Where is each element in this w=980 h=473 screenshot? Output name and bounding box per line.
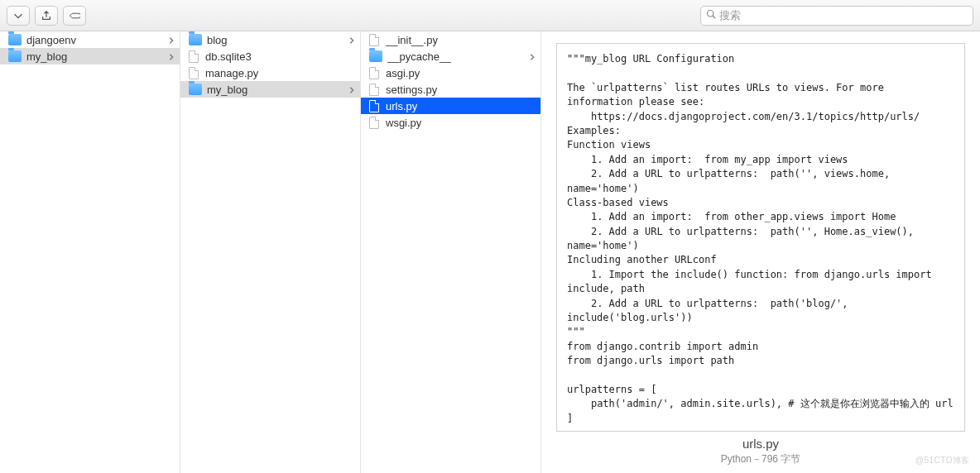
file-icon — [369, 67, 379, 79]
watermark: @51CTO博客 — [915, 455, 970, 466]
file-icon — [369, 117, 379, 129]
preview-filename: urls.py — [556, 437, 965, 451]
folder-item[interactable]: blog — [180, 31, 360, 48]
item-label: settings.py — [386, 84, 437, 96]
share-button[interactable] — [35, 6, 58, 26]
folder-icon — [8, 34, 22, 45]
column-browser: djangoenvmy_blog blogdb.sqlite3manage.py… — [0, 31, 980, 473]
folder-icon — [8, 50, 22, 62]
folder-item[interactable]: __pycache__ — [361, 48, 540, 64]
preview-content[interactable]: """my_blog URL Configuration The `urlpat… — [556, 43, 965, 432]
toolbar — [0, 0, 980, 31]
item-label: __init__.py — [386, 34, 438, 46]
file-icon — [369, 84, 379, 96]
file-icon — [369, 34, 379, 46]
file-item[interactable]: asgi.py — [361, 64, 540, 81]
item-label: djangoenv — [26, 34, 76, 46]
file-item[interactable]: __init__.py — [361, 31, 540, 48]
item-label: blog — [207, 34, 228, 46]
preview-footer: urls.py Python－796 字节 — [556, 432, 965, 468]
chevron-right-icon — [348, 84, 355, 97]
file-contents: """my_blog URL Configuration The `urlpat… — [567, 52, 954, 426]
search-field[interactable] — [700, 6, 973, 26]
column-1: blogdb.sqlite3manage.pymy_blog — [180, 31, 361, 473]
chevron-right-icon — [529, 51, 536, 64]
item-label: manage.py — [205, 67, 258, 79]
file-icon — [369, 100, 379, 112]
file-icon — [189, 50, 199, 63]
item-label: urls.py — [386, 100, 417, 112]
folder-icon — [189, 34, 202, 45]
svg-point-0 — [708, 11, 714, 17]
column-0: djangoenvmy_blog — [0, 31, 180, 473]
chevron-right-icon — [168, 35, 175, 47]
item-label: __pycache__ — [387, 50, 451, 63]
file-item[interactable]: settings.py — [361, 81, 540, 98]
chevron-right-icon — [348, 35, 355, 47]
item-label: my_blog — [26, 50, 67, 63]
chevron-right-icon — [168, 51, 175, 64]
preview-meta: Python－796 字节 — [556, 452, 965, 466]
file-item[interactable]: urls.py — [361, 98, 540, 114]
item-label: my_blog — [207, 84, 247, 96]
column-2: __init__.py__pycache__asgi.pysettings.py… — [361, 31, 541, 473]
file-item[interactable]: wsgi.py — [361, 114, 540, 131]
preview-pane: """my_blog URL Configuration The `urlpat… — [541, 31, 980, 473]
item-label: asgi.py — [386, 67, 420, 79]
search-input[interactable] — [719, 9, 968, 22]
folder-item[interactable]: my_blog — [180, 81, 360, 98]
item-label: wsgi.py — [386, 117, 421, 129]
item-label: db.sqlite3 — [205, 50, 252, 63]
dropdown-button[interactable] — [7, 6, 30, 26]
file-item[interactable]: manage.py — [180, 64, 360, 81]
file-icon — [189, 67, 199, 79]
folder-item[interactable]: my_blog — [0, 48, 180, 64]
folder-icon — [189, 84, 202, 95]
folder-icon — [369, 50, 382, 62]
tag-button[interactable] — [63, 6, 86, 26]
search-icon — [706, 9, 716, 22]
file-item[interactable]: db.sqlite3 — [180, 48, 360, 64]
folder-item[interactable]: djangoenv — [0, 31, 180, 48]
